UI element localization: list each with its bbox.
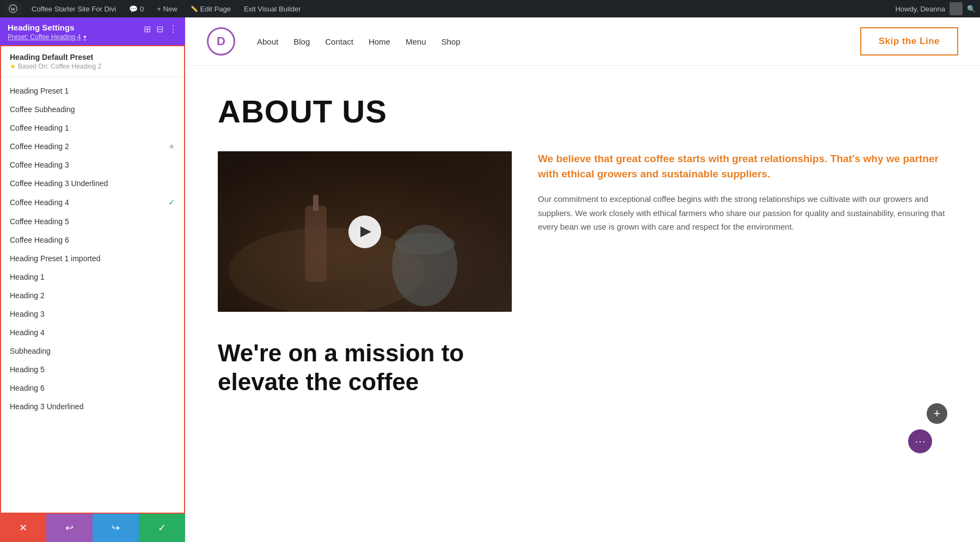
wp-logo-icon[interactable]: W	[4, 2, 22, 15]
site-nav: D About Blog Contact Home Menu Shop Skip…	[185, 17, 980, 66]
preset-label: Coffee Heading 2	[10, 142, 69, 151]
cancel-button[interactable]: ✕	[0, 514, 46, 542]
preset-label: Coffee Heading 3 Underlined	[10, 179, 108, 188]
user-avatar	[950, 2, 963, 15]
cta-button[interactable]: Skip the Line	[860, 27, 958, 56]
edit-page-link[interactable]: ✏️ Edit Page	[187, 0, 234, 17]
video-player[interactable]	[218, 151, 512, 312]
preset-label: Coffee Heading 6	[10, 236, 69, 244]
new-content-link[interactable]: + New	[154, 0, 180, 17]
page-content: ABOUT US	[185, 66, 980, 424]
svg-point-7	[395, 233, 455, 255]
redo-button[interactable]: ↪	[93, 514, 139, 542]
active-check-icon: ✓	[168, 198, 175, 207]
layout-icon[interactable]: ⊟	[156, 24, 163, 34]
preset-item-coffee-heading-2[interactable]: Coffee Heading 2★	[1, 137, 184, 156]
preset-label: Coffee Subheading	[10, 105, 75, 114]
preset-item-heading-preset-1-imported[interactable]: Heading Preset 1 imported	[1, 249, 184, 268]
save-button[interactable]: ✓	[139, 514, 185, 542]
preset-item-heading-preset-1[interactable]: Heading Preset 1	[1, 82, 184, 100]
preset-label: Heading 3 Underlined	[10, 402, 83, 411]
admin-bar: W Coffee Starter Site For Divi 💬 0 + New…	[0, 0, 980, 17]
text-column: We believe that great coffee starts with…	[538, 151, 947, 234]
nav-link-contact[interactable]: Contact	[325, 37, 353, 46]
mission-title: We're on a mission to elevate the coffee	[218, 339, 947, 397]
preset-label: Coffee Heading 5	[10, 217, 69, 226]
preset-item-coffee-heading-5[interactable]: Coffee Heading 5	[1, 212, 184, 231]
preset-selector[interactable]: Preset: Coffee Heading 4 ▾	[8, 33, 87, 41]
preset-dropdown: Heading Default Preset ★ Based On: Coffe…	[0, 45, 185, 514]
svg-rect-4	[305, 206, 327, 282]
preset-label: Coffee Heading 1	[10, 124, 69, 132]
sidebar-header: Heading Settings Preset: Coffee Heading …	[0, 17, 185, 45]
preset-label: Coffee Heading 4	[10, 198, 69, 207]
preset-item-coffee-heading-3[interactable]: Coffee Heading 3	[1, 156, 184, 174]
preset-item-heading-1[interactable]: Heading 1	[1, 268, 184, 286]
preset-item-coffee-heading-3-underlined[interactable]: Coffee Heading 3 Underlined	[1, 174, 184, 193]
default-preset-subtitle: ★ Based On: Coffee Heading 2	[10, 63, 175, 70]
preset-item-heading-6[interactable]: Heading 6	[1, 379, 184, 397]
more-actions-button[interactable]: ⋯	[908, 429, 932, 453]
preset-item-coffee-heading-4[interactable]: Coffee Heading 4✓	[1, 193, 184, 212]
preset-item-coffee-subheading[interactable]: Coffee Subheading	[1, 100, 184, 119]
nav-link-about[interactable]: About	[257, 37, 278, 46]
preset-item-heading-2[interactable]: Heading 2	[1, 286, 184, 305]
more-options-icon[interactable]: ⋮	[169, 24, 177, 34]
play-button[interactable]	[348, 215, 381, 248]
site-name-link[interactable]: Coffee Starter Site For Divi	[28, 0, 119, 17]
default-preset-item[interactable]: Heading Default Preset ★ Based On: Coffe…	[1, 46, 184, 77]
exit-builder-link[interactable]: Exit Visual Builder	[241, 0, 304, 17]
page-title: ABOUT US	[218, 93, 947, 130]
preset-item-subheading[interactable]: Subheading	[1, 342, 184, 360]
content-area: D About Blog Contact Home Menu Shop Skip…	[185, 17, 980, 542]
preset-label: Subheading	[10, 347, 51, 355]
preset-label: Heading 3	[10, 310, 45, 318]
comments-link[interactable]: 💬 0	[126, 0, 147, 17]
sidebar-bottom-bar: ✕ ↩ ↪ ✓	[0, 514, 185, 542]
favorite-star-icon: ★	[168, 142, 175, 151]
sidebar-panel: Heading Settings Preset: Coffee Heading …	[0, 17, 185, 542]
search-icon[interactable]: 🔍	[967, 5, 976, 13]
preset-label: Heading 4	[10, 328, 45, 337]
play-icon	[360, 226, 371, 237]
preset-label: Heading 1	[10, 273, 45, 281]
preset-item-heading-3-underlined[interactable]: Heading 3 Underlined	[1, 397, 184, 416]
preset-item-coffee-heading-1[interactable]: Coffee Heading 1	[1, 119, 184, 137]
add-section-button[interactable]: +	[927, 403, 947, 424]
preset-item-heading-4[interactable]: Heading 4	[1, 323, 184, 342]
preset-label: Heading 2	[10, 291, 45, 300]
preset-label: Heading Preset 1 imported	[10, 254, 101, 263]
admin-bar-right: Howdy, Deanna 🔍	[895, 2, 976, 15]
body-text: Our commitment to exceptional coffee beg…	[538, 192, 947, 234]
undo-button[interactable]: ↩	[46, 514, 93, 542]
nav-link-blog[interactable]: Blog	[293, 37, 310, 46]
preset-label: Coffee Heading 3	[10, 161, 69, 169]
default-preset-title: Heading Default Preset	[10, 53, 175, 61]
preset-label: Heading Preset 1	[10, 87, 69, 95]
chevron-down-icon: ▾	[83, 33, 87, 41]
preset-item-heading-5[interactable]: Heading 5	[1, 360, 184, 379]
site-logo: D	[207, 27, 235, 56]
nav-link-menu[interactable]: Menu	[406, 37, 426, 46]
sidebar-title: Heading Settings	[8, 23, 87, 32]
svg-rect-5	[313, 195, 318, 211]
preset-label: Heading 5	[10, 365, 45, 374]
preset-item-coffee-heading-6[interactable]: Coffee Heading 6	[1, 231, 184, 249]
preset-item-heading-3[interactable]: Heading 3	[1, 305, 184, 323]
pull-quote: We believe that great coffee starts with…	[538, 151, 947, 181]
comment-icon: 💬	[129, 5, 138, 13]
two-column-section: We believe that great coffee starts with…	[218, 151, 947, 312]
svg-text:W: W	[11, 7, 16, 12]
star-icon: ★	[10, 63, 16, 70]
preset-label: Heading 6	[10, 384, 45, 392]
mission-section: We're on a mission to elevate the coffee	[218, 339, 947, 397]
nav-link-home[interactable]: Home	[369, 37, 390, 46]
nav-link-shop[interactable]: Shop	[441, 37, 460, 46]
nav-links: About Blog Contact Home Menu Shop	[257, 37, 461, 46]
preset-list: Heading Preset 1Coffee SubheadingCoffee …	[1, 77, 184, 420]
settings-grid-icon[interactable]: ⊞	[144, 24, 151, 34]
